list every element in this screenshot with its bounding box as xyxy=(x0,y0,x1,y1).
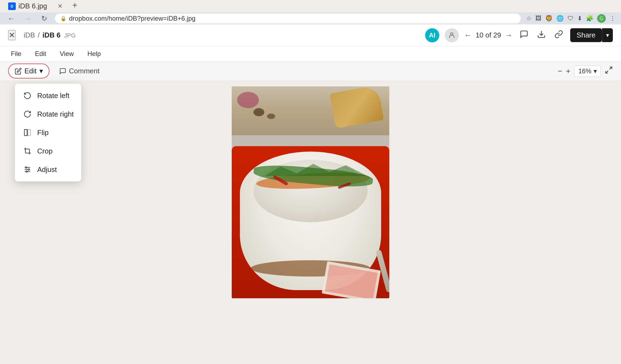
browser-icon-2[interactable]: 🦁 xyxy=(545,15,553,22)
edit-button-label: Edit xyxy=(24,67,37,75)
rotate-left-label: Rotate left xyxy=(37,92,70,100)
zoom-select[interactable]: 16% ▾ xyxy=(574,65,601,77)
zoom-chevron-icon: ▾ xyxy=(594,67,597,75)
app-header: ✕ iDB / iDB 6 JPG AI ← 10 of 29 → xyxy=(0,24,621,46)
toolbar: Edit ▾ Comment − + 16% ▾ xyxy=(0,61,621,81)
file-extension: JPG xyxy=(64,32,76,39)
browser-icon-6[interactable]: 🧩 xyxy=(586,15,593,22)
browser-icon-3[interactable]: 🌐 xyxy=(556,15,564,22)
image-area xyxy=(0,81,621,364)
close-button[interactable]: ✕ xyxy=(8,30,15,40)
rotate-right-label: Rotate right xyxy=(37,110,74,118)
browser-menu-icon[interactable]: ⋮ xyxy=(610,15,616,22)
comment-button-label: Comment xyxy=(69,67,100,75)
browser-chrome: D iDB 6.jpg ✕ + ← → ↻ 🔒 dropbox.com/home… xyxy=(0,0,621,24)
menu-item-file[interactable]: File xyxy=(8,48,24,59)
comment-button[interactable]: Comment xyxy=(55,65,104,77)
crop-icon xyxy=(23,146,32,156)
menu-item-edit[interactable]: Edit xyxy=(32,48,49,59)
breadcrumb-parent[interactable]: iDB xyxy=(24,31,35,39)
address-url: dropbox.com/home/iDB?preview=iDB+6.jpg xyxy=(69,15,196,22)
rotate-left-icon xyxy=(23,91,32,101)
browser-profile-icon[interactable]: G xyxy=(597,14,606,23)
breadcrumb-separator: / xyxy=(38,31,40,39)
star-icon[interactable]: ☆ xyxy=(526,15,532,22)
adjust-icon xyxy=(23,165,32,174)
menu-item-help[interactable]: Help xyxy=(85,48,104,59)
flip-icon xyxy=(23,128,32,137)
share-button[interactable]: Share xyxy=(570,28,602,42)
main-content: Rotate left Rotate right Flip xyxy=(0,81,621,364)
avatar: AI xyxy=(425,28,439,42)
comment-icon-button[interactable] xyxy=(518,28,530,42)
address-bar: ← → ↻ 🔒 dropbox.com/home/iDB?preview=iDB… xyxy=(0,12,621,24)
image-counter: 10 of 29 xyxy=(476,31,501,39)
edit-dropdown-button[interactable]: Edit ▾ xyxy=(8,64,49,79)
svg-rect-5 xyxy=(28,130,30,136)
breadcrumb: iDB / iDB 6 JPG xyxy=(24,31,76,39)
back-button[interactable]: ← xyxy=(5,13,17,24)
tab-title: iDB 6.jpg xyxy=(18,2,47,10)
next-image-button[interactable]: → xyxy=(505,31,513,40)
fullscreen-button[interactable] xyxy=(605,66,613,76)
zoom-value: 16% xyxy=(578,67,591,75)
svg-point-10 xyxy=(26,167,27,168)
flip-label: Flip xyxy=(37,128,49,137)
edit-dropdown-menu: Rotate left Rotate right Flip xyxy=(15,84,81,181)
rotate-right-icon xyxy=(23,109,32,119)
browser-icon-4[interactable]: 🛡 xyxy=(567,15,573,22)
zoom-in-button[interactable]: + xyxy=(566,67,570,76)
share-chevron-button[interactable]: ▾ xyxy=(602,28,613,42)
dropdown-item-crop[interactable]: Crop xyxy=(15,142,81,160)
svg-point-12 xyxy=(26,171,27,172)
tab-close-icon[interactable]: ✕ xyxy=(58,3,62,10)
svg-rect-4 xyxy=(24,130,27,136)
adjust-label: Adjust xyxy=(37,165,57,174)
prev-image-button[interactable]: ← xyxy=(464,31,472,40)
browser-icon-5[interactable]: ⬇ xyxy=(577,15,582,22)
refresh-button[interactable]: ↻ xyxy=(39,13,49,24)
zoom-out-button[interactable]: − xyxy=(558,67,562,76)
forward-button[interactable]: → xyxy=(22,13,34,24)
link-button[interactable] xyxy=(553,28,565,42)
new-tab-button[interactable]: + xyxy=(68,0,82,12)
lock-icon: 🔒 xyxy=(60,15,66,21)
dropdown-item-adjust[interactable]: Adjust xyxy=(15,160,81,179)
tab-favicon: D xyxy=(8,2,16,10)
dropdown-item-rotate-right[interactable]: Rotate right xyxy=(15,105,81,123)
download-button[interactable] xyxy=(535,28,547,42)
breadcrumb-current: iDB 6 JPG xyxy=(42,31,76,39)
dropdown-item-flip[interactable]: Flip xyxy=(15,123,81,142)
browser-tab-bar: D iDB 6.jpg ✕ + xyxy=(0,0,621,12)
avatar-secondary xyxy=(445,28,459,42)
dropdown-item-rotate-left[interactable]: Rotate left xyxy=(15,86,81,105)
share-button-wrapper: Share ▾ xyxy=(570,28,613,42)
svg-point-11 xyxy=(28,169,30,170)
app-menu-bar: File Edit View Help xyxy=(0,46,621,61)
menu-item-view[interactable]: View xyxy=(57,48,77,59)
browser-tab[interactable]: D iDB 6.jpg ✕ xyxy=(3,0,68,12)
food-image xyxy=(232,86,389,298)
svg-line-3 xyxy=(606,71,608,73)
svg-point-0 xyxy=(450,33,453,35)
browser-icon-1[interactable]: 🖼 xyxy=(535,15,541,22)
edit-chevron-icon: ▾ xyxy=(39,67,43,75)
crop-label: Crop xyxy=(37,147,52,155)
svg-line-2 xyxy=(610,67,612,70)
nav-counter-area: ← 10 of 29 → xyxy=(464,31,513,40)
